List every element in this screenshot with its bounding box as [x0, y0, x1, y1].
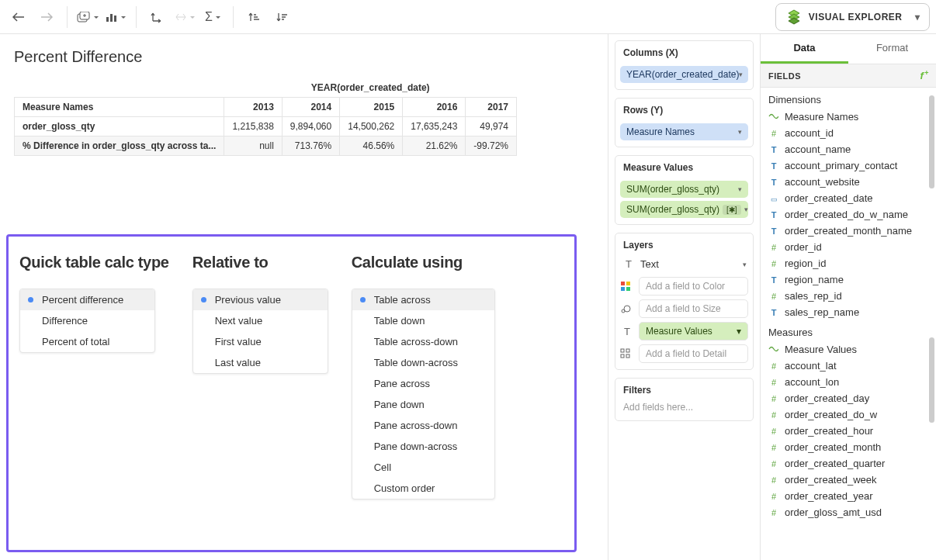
- svg-rect-3: [110, 14, 113, 22]
- field-item[interactable]: order_created_hour: [761, 423, 936, 439]
- opt-last-value[interactable]: Last value: [193, 352, 328, 373]
- cell: 9,894,060: [282, 117, 339, 137]
- add-panel-button[interactable]: [75, 5, 100, 29]
- field-item[interactable]: order_created_do_w: [761, 406, 936, 423]
- toolbar: Σ VISUAL EXPLORER ▾: [0, 0, 936, 34]
- field-item[interactable]: sales_rep_name: [761, 304, 936, 320]
- svg-rect-5: [621, 282, 625, 285]
- cell: 14,500,262: [340, 117, 403, 137]
- field-item[interactable]: order_created_date: [761, 190, 936, 206]
- fit-button[interactable]: [172, 5, 197, 29]
- field-type-icon: [768, 492, 779, 501]
- field-item[interactable]: sales_rep_id: [761, 288, 936, 304]
- tab-format[interactable]: Format: [848, 34, 936, 64]
- opt-pane-across-down[interactable]: Pane across-down: [352, 415, 494, 436]
- opt-percent-of-total[interactable]: Percent of total: [20, 331, 154, 352]
- nav-forward-button[interactable]: [34, 5, 59, 29]
- mv-pill-1[interactable]: SUM(order_gloss_qty)▾: [620, 181, 748, 198]
- filters-placeholder[interactable]: Add fields here...: [620, 400, 748, 414]
- field-label: order_created_date: [785, 192, 872, 204]
- opt-table-down-across[interactable]: Table down-across: [352, 352, 494, 373]
- filters-shelf[interactable]: Filters Add fields here...: [615, 378, 754, 421]
- columns-pill[interactable]: YEAR(order_created_date)▾: [620, 66, 748, 83]
- rows-shelf[interactable]: Rows (Y) Measure Names▾: [615, 98, 754, 147]
- scrollbar-thumb[interactable]: [929, 337, 934, 423]
- opt-first-value[interactable]: First value: [193, 331, 328, 352]
- swap-axes-button[interactable]: [144, 5, 169, 29]
- field-item[interactable]: order_id: [761, 239, 936, 255]
- field-item[interactable]: order_created_month: [761, 439, 936, 455]
- opt-pane-across[interactable]: Pane across: [352, 373, 494, 394]
- table-row: % Difference in order_gloss_qty across t…: [15, 137, 517, 156]
- rows-pill[interactable]: Measure Names▾: [620, 123, 748, 140]
- visual-explorer-dropdown[interactable]: VISUAL EXPLORER ▾: [775, 3, 930, 31]
- field-item[interactable]: account_website: [761, 174, 936, 190]
- color-encoding[interactable]: Add a field to Color: [639, 277, 748, 296]
- chevron-down-icon: ▾: [738, 128, 742, 136]
- field-item[interactable]: order_created_quarter: [761, 455, 936, 472]
- field-item[interactable]: account_lat: [761, 358, 936, 374]
- field-type-icon: [768, 194, 779, 203]
- nav-back-button[interactable]: [6, 5, 31, 29]
- field-label: sales_rep_id: [785, 290, 842, 302]
- opt-pane-down[interactable]: Pane down: [352, 394, 494, 415]
- field-item[interactable]: account_id: [761, 125, 936, 141]
- opt-next-value[interactable]: Next value: [193, 310, 328, 331]
- sort-asc-button[interactable]: [241, 5, 266, 29]
- mark-type-dropdown[interactable]: TText▾: [620, 255, 748, 273]
- field-item[interactable]: order_created_month_name: [761, 223, 936, 239]
- field-item[interactable]: account_name: [761, 141, 936, 157]
- detail-icon: [620, 348, 634, 359]
- detail-encoding[interactable]: Add a field to Detail: [639, 344, 748, 363]
- field-item[interactable]: region_name: [761, 271, 936, 288]
- field-type-icon: [768, 427, 779, 436]
- field-item[interactable]: Measure Values: [761, 341, 936, 358]
- opt-table-across-down[interactable]: Table across-down: [352, 331, 494, 352]
- svg-rect-2: [106, 17, 109, 22]
- svg-rect-14: [626, 354, 629, 358]
- size-encoding[interactable]: Add a field to Size: [639, 299, 748, 318]
- mv-pill-2[interactable]: SUM(order_gloss_qty)[✱]▾: [620, 201, 748, 218]
- opt-custom-order[interactable]: Custom order: [352, 478, 494, 499]
- field-item[interactable]: order_gloss_amt_usd: [761, 504, 936, 520]
- scrollbar-thumb[interactable]: [929, 95, 934, 188]
- measure-meta-icon: [768, 112, 779, 121]
- field-type-icon: [768, 394, 779, 403]
- year-col: 2013: [224, 98, 282, 117]
- field-label: order_gloss_amt_usd: [785, 506, 882, 518]
- field-label: order_created_day: [785, 392, 869, 404]
- field-item[interactable]: region_id: [761, 255, 936, 271]
- chart-type-button[interactable]: [103, 5, 128, 29]
- opt-table-down[interactable]: Table down: [352, 310, 494, 331]
- layers-shelf[interactable]: Layers TText▾ Add a field to Color Add a…: [615, 233, 754, 370]
- data-table: YEAR(order_created_date) Measure Names 2…: [14, 78, 601, 156]
- field-item[interactable]: order_created_do_w_name: [761, 206, 936, 223]
- sigma-button[interactable]: Σ: [200, 5, 225, 29]
- opt-pane-down-across[interactable]: Pane down-across: [352, 436, 494, 457]
- field-item[interactable]: order_created_week: [761, 472, 936, 488]
- field-type-icon: [768, 226, 779, 236]
- measure-values-shelf[interactable]: Measure Values SUM(order_gloss_qty)▾ SUM…: [615, 155, 754, 225]
- opt-percent-difference[interactable]: Percent difference: [20, 289, 154, 310]
- opt-cell[interactable]: Cell: [352, 457, 494, 478]
- tab-data[interactable]: Data: [761, 34, 848, 64]
- field-item[interactable]: order_created_day: [761, 390, 936, 406]
- chevron-down-icon: ▾: [743, 261, 747, 268]
- text-encoding[interactable]: Measure Values▾: [639, 322, 748, 340]
- size-icon: [620, 303, 634, 314]
- opt-previous-value[interactable]: Previous value: [193, 289, 328, 310]
- field-item[interactable]: Measure Names: [761, 109, 936, 125]
- field-item[interactable]: account_lon: [761, 374, 936, 390]
- sort-desc-button[interactable]: [269, 5, 294, 29]
- fields-label: FIELDS: [768, 71, 801, 81]
- columns-shelf[interactable]: Columns (X) YEAR(order_created_date)▾: [615, 40, 754, 90]
- canvas: Percent Difference YEAR(order_created_da…: [0, 34, 608, 560]
- svg-rect-8: [626, 287, 630, 291]
- add-calc-field-button[interactable]: f: [920, 70, 928, 81]
- fields-list[interactable]: Dimensions Measure Namesaccount_idaccoun…: [761, 88, 936, 560]
- side-panel: Data Format FIELDS f Dimensions Measure …: [760, 34, 936, 560]
- field-item[interactable]: order_created_year: [761, 488, 936, 504]
- field-item[interactable]: account_primary_contact: [761, 157, 936, 174]
- opt-table-across[interactable]: Table across: [352, 289, 494, 310]
- opt-difference[interactable]: Difference: [20, 310, 154, 331]
